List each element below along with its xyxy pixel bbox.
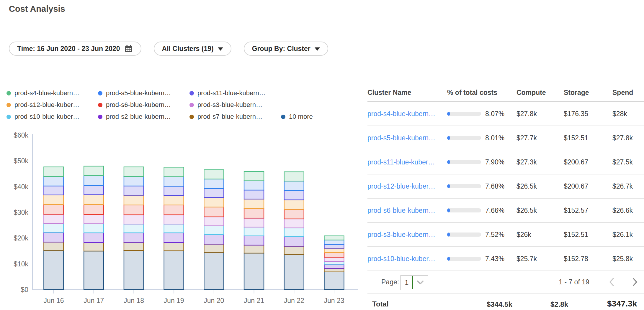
legend-item[interactable]: prod-s10-blue-kuber… [6,113,98,121]
legend-item[interactable]: prod-s4-blue-kubern… [6,89,98,97]
cluster-name-link[interactable]: prod-s5-blue-kubern… [367,134,435,142]
bar-segment[interactable] [244,199,264,209]
bar-segment[interactable] [244,172,264,181]
bar-segment[interactable] [284,172,304,181]
group-by-dropdown[interactable]: Group By: Cluster [244,42,328,56]
bar-segment[interactable] [164,195,184,205]
bar-segment[interactable] [204,197,224,207]
bar-segment[interactable] [324,261,344,264]
bar-segment[interactable] [84,185,104,194]
time-range-filter[interactable]: Time: 16 Jun 2020 - 23 Jun 2020 [9,42,141,56]
bar-segment[interactable] [124,186,144,195]
legend-item[interactable]: prod-s3-blue-kubern… [189,101,262,109]
bar-segment[interactable] [284,219,304,228]
bar-segment[interactable] [124,177,144,186]
bar-segment[interactable] [124,215,144,224]
bar-segment[interactable] [44,195,64,205]
bar-segment[interactable] [324,240,344,244]
bar-segment[interactable] [44,167,64,176]
bar-segment[interactable] [324,244,344,248]
bar-segment[interactable] [204,170,224,179]
bar-segment[interactable] [324,264,344,268]
legend-item[interactable]: prod-s12-blue-kuber… [6,101,98,109]
bar-segment[interactable] [204,207,224,217]
bar-segment[interactable] [44,242,64,250]
bar-segment[interactable] [284,237,304,246]
bar-segment[interactable] [284,246,304,254]
bar-segment[interactable] [84,215,104,224]
bar-segment[interactable] [284,200,304,209]
bar-segment[interactable] [124,242,144,250]
bar-segment[interactable] [324,236,344,240]
cluster-name-link[interactable]: prod-s12-blue-kuber… [367,182,435,190]
bar-segment[interactable] [204,179,224,188]
bar-segment[interactable] [284,181,304,190]
bar-segment[interactable] [84,176,104,185]
bar-segment[interactable] [204,244,224,252]
bar-segment[interactable] [164,243,184,251]
bar-segment[interactable] [244,218,264,227]
bar-segment[interactable] [204,252,224,290]
bar-segment[interactable] [84,224,104,233]
cluster-name-link[interactable]: prod-s3-blue-kubern… [367,231,435,238]
page-select[interactable]: 1 [401,275,428,290]
bar-segment[interactable] [44,232,64,242]
bar-segment[interactable] [244,181,264,190]
bar-segment[interactable] [84,195,104,205]
bar-segment[interactable] [164,233,184,243]
bar-segment[interactable] [244,209,264,218]
legend-item[interactable]: prod-s7-blue-kubern… [189,113,281,121]
bar-segment[interactable] [204,226,224,235]
legend-item[interactable]: prod-s6-blue-kubern… [98,101,189,109]
bar-segment[interactable] [164,215,184,224]
bar-segment[interactable] [164,186,184,195]
bar-segment[interactable] [324,253,344,257]
legend-item[interactable]: prod-s5-blue-kubern… [98,89,189,97]
bar-segment[interactable] [44,205,64,214]
bar-segment[interactable] [84,205,104,215]
bar-segment[interactable] [124,205,144,215]
bar-segment[interactable] [164,167,184,177]
bar-segment[interactable] [124,250,144,290]
bar-segment[interactable] [204,235,224,244]
clusters-filter-dropdown[interactable]: All Clusters (19) [154,42,231,56]
legend-item[interactable]: prod-s2-blue-kubern… [98,113,189,121]
bar-segment[interactable] [124,167,144,176]
legend-item[interactable]: 10 more [281,113,313,121]
bar-segment[interactable] [324,272,344,290]
bar-segment[interactable] [164,177,184,186]
bar-segment[interactable] [204,217,224,226]
bar-segment[interactable] [84,251,104,290]
bar-segment[interactable] [44,214,64,223]
cluster-name-link[interactable]: prod-s6-blue-kubern… [367,207,435,214]
bar-segment[interactable] [44,250,64,290]
bar-segment[interactable] [204,189,224,198]
bar-segment[interactable] [244,245,264,253]
bar-segment[interactable] [44,186,64,195]
bar-segment[interactable] [44,224,64,233]
bar-segment[interactable] [164,251,184,290]
cluster-name-link[interactable]: prod-s11-blue-kuber… [367,158,435,166]
cluster-name-link[interactable]: prod-s4-blue-kubern… [367,110,435,118]
bar-segment[interactable] [244,227,264,236]
bar-segment[interactable] [124,195,144,205]
bar-segment[interactable] [164,224,184,233]
bar-segment[interactable] [284,228,304,237]
bar-segment[interactable] [244,190,264,199]
next-page-button[interactable] [630,277,640,287]
bar-segment[interactable] [324,268,344,272]
bar-segment[interactable] [84,243,104,251]
bar-segment[interactable] [84,166,104,176]
bar-segment[interactable] [284,254,304,290]
bar-segment[interactable] [244,253,264,290]
bar-segment[interactable] [244,236,264,245]
bar-segment[interactable] [284,210,304,219]
bar-segment[interactable] [164,205,184,215]
bar-segment[interactable] [44,177,64,186]
cluster-name-link[interactable]: prod-s10-blue-kuber… [367,255,435,263]
prev-page-button[interactable] [607,277,617,287]
bar-segment[interactable] [324,248,344,253]
bar-segment[interactable] [284,191,304,200]
bar-segment[interactable] [324,257,344,261]
bar-segment[interactable] [124,224,144,233]
